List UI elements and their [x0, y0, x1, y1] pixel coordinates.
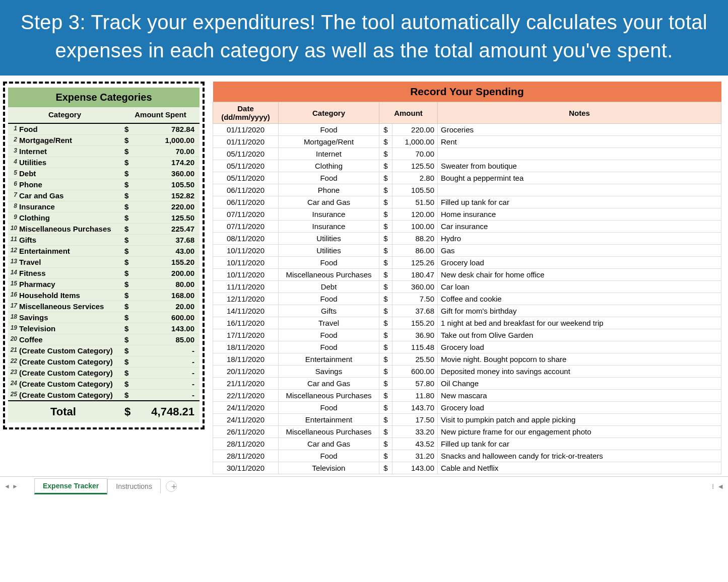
category-row[interactable]: 6Phone$105.50	[8, 179, 200, 190]
spending-notes: Movie night. Bought popcorn to share	[438, 353, 721, 366]
spending-row[interactable]: 30/11/2020Television$143.00Cable and Net…	[213, 462, 721, 474]
spending-row[interactable]: 05/11/2020Internet$70.00	[213, 148, 721, 160]
spending-row[interactable]: 01/11/2020Food$220.00Groceries	[213, 124, 721, 136]
spending-row[interactable]: 16/11/2020Travel$155.201 night at bed an…	[213, 317, 721, 329]
spending-row[interactable]: 10/11/2020Food$125.26Grocery load	[213, 257, 721, 269]
spending-row[interactable]: 07/11/2020Insurance$100.00Car insurance	[213, 221, 721, 233]
spending-row[interactable]: 26/11/2020Miscellaneous Purchases$33.20N…	[213, 426, 721, 438]
spending-category: Insurance	[279, 208, 379, 221]
spending-notes: 1 night at bed and breakfast for our wee…	[438, 317, 721, 329]
spending-notes: Grocery load	[438, 257, 721, 269]
spending-date: 24/11/2020	[213, 414, 279, 426]
category-row[interactable]: 7Car and Gas$152.82	[8, 190, 200, 201]
nav-next-icon[interactable]: ►	[12, 483, 18, 490]
category-row[interactable]: 11Gifts$37.68	[8, 235, 200, 246]
category-row[interactable]: 10Miscellaneous Purchases$225.47	[8, 224, 200, 235]
currency-symbol: $	[379, 438, 392, 450]
currency-symbol: $	[121, 135, 137, 146]
spending-row[interactable]: 10/11/2020Miscellaneous Purchases$180.47…	[213, 269, 721, 281]
spending-amount: 11.80	[392, 390, 438, 402]
category-row[interactable]: 5Debt$360.00	[8, 168, 200, 179]
category-row[interactable]: 25(Create Custom Category)$-	[8, 390, 200, 401]
spending-row[interactable]: 21/11/2020Car and Gas$57.80Oil Change	[213, 378, 721, 390]
category-name: (Create Custom Category)	[19, 391, 113, 399]
tab-scroll-left-icon[interactable]: ◄	[717, 482, 724, 490]
spending-row[interactable]: 10/11/2020Utilities$86.00Gas	[213, 245, 721, 257]
spending-row[interactable]: 18/11/2020Food$115.48Grocery load	[213, 341, 721, 353]
category-row[interactable]: 24(Create Custom Category)$-	[8, 379, 200, 390]
spending-notes: Grocery load	[438, 402, 721, 414]
category-row[interactable]: 21(Create Custom Category)$-	[8, 345, 200, 356]
category-row[interactable]: 12Entertainment$43.00	[8, 246, 200, 257]
row-number: 16	[7, 291, 17, 298]
category-row[interactable]: 22(Create Custom Category)$-	[8, 356, 200, 368]
spending-row[interactable]: 08/11/2020Utilities$88.20Hydro	[213, 233, 721, 245]
category-name: (Create Custom Category)	[19, 380, 113, 388]
category-row[interactable]: 15Pharmacy$80.00	[8, 279, 200, 290]
spending-amount: 100.00	[392, 221, 438, 233]
spending-amount: 600.00	[392, 366, 438, 378]
spending-category: Television	[279, 462, 379, 474]
spending-row[interactable]: 06/11/2020Phone$105.50	[213, 184, 721, 196]
spending-row[interactable]: 11/11/2020Debt$360.00Car loan	[213, 281, 721, 293]
category-row[interactable]: 23(Create Custom Category)$-	[8, 368, 200, 379]
category-row[interactable]: 13Travel$155.20	[8, 257, 200, 268]
spending-row[interactable]: 24/11/2020Entertainment$17.50Visit to pu…	[213, 414, 721, 426]
spending-amount: 143.70	[392, 402, 438, 414]
spending-row[interactable]: 05/11/2020Food$2.80Bought a peppermint t…	[213, 172, 721, 184]
category-row[interactable]: 16Household Items$168.00	[8, 290, 200, 301]
spending-row[interactable]: 17/11/2020Food$36.90Take out from Olive …	[213, 329, 721, 341]
category-amount: 37.68	[137, 235, 200, 246]
spending-date: 24/11/2020	[213, 402, 279, 414]
spending-date: 12/11/2020	[213, 293, 279, 305]
category-row[interactable]: 9Clothing$125.50	[8, 212, 200, 224]
sheet-tab-instructions[interactable]: Instructions	[107, 479, 161, 493]
currency-symbol: $	[379, 293, 392, 305]
category-name: Miscellaneous Services	[19, 302, 104, 311]
row-number: 19	[7, 324, 17, 331]
spending-row[interactable]: 18/11/2020Entertainment$25.50Movie night…	[213, 353, 721, 366]
category-row[interactable]: 20Coffee$85.00	[8, 334, 200, 345]
spending-category: Clothing	[279, 160, 379, 172]
category-amount: 152.82	[137, 190, 200, 201]
category-name: Food	[19, 125, 38, 133]
category-amount: 155.20	[137, 257, 200, 268]
spending-notes: Deposited money into savings account	[438, 366, 721, 378]
spending-row[interactable]: 12/11/2020Food$7.50Coffee and cookie	[213, 293, 721, 305]
spending-row[interactable]: 24/11/2020Food$143.70Grocery load	[213, 402, 721, 414]
spending-row[interactable]: 28/11/2020Food$31.20Snacks and halloween…	[213, 450, 721, 462]
spending-category: Savings	[279, 366, 379, 378]
sheet-tab-expense-tracker[interactable]: Expense Tracker	[34, 478, 107, 494]
spending-row[interactable]: 20/11/2020Savings$600.00Deposited money …	[213, 366, 721, 378]
spending-category: Food	[279, 329, 379, 341]
spending-row[interactable]: 05/11/2020Clothing$125.50Sweater from bo…	[213, 160, 721, 172]
category-row[interactable]: 1Food$782.84	[8, 123, 200, 135]
spending-row[interactable]: 14/11/2020Gifts$37.68Gift for mom's birt…	[213, 305, 721, 317]
currency-symbol: $	[121, 301, 137, 312]
currency-symbol: $	[379, 257, 392, 269]
category-name: Insurance	[19, 202, 55, 211]
col-category-header: Category	[279, 102, 379, 124]
category-row[interactable]: 4Utilities$174.20	[8, 157, 200, 168]
category-row[interactable]: 8Insurance$220.00	[8, 201, 200, 212]
category-row[interactable]: 17Miscellaneous Services$20.00	[8, 301, 200, 312]
add-sheet-button[interactable]: +	[166, 481, 177, 492]
spending-row[interactable]: 07/11/2020Insurance$120.00Home insurance	[213, 208, 721, 221]
nav-prev-icon[interactable]: ◄	[4, 483, 10, 490]
spending-row[interactable]: 06/11/2020Car and Gas$51.50Filled up tan…	[213, 196, 721, 208]
category-row[interactable]: 3Internet$70.00	[8, 146, 200, 157]
spending-row[interactable]: 01/11/2020Mortgage/Rent$1,000.00Rent	[213, 136, 721, 148]
spending-row[interactable]: 22/11/2020Miscellaneous Purchases$11.80N…	[213, 390, 721, 402]
currency-symbol: $	[379, 305, 392, 317]
category-name: Phone	[19, 180, 42, 189]
currency-symbol: $	[379, 390, 392, 402]
category-row[interactable]: 14Fitness$200.00	[8, 268, 200, 279]
category-row[interactable]: 19Television$143.00	[8, 323, 200, 334]
spending-row[interactable]: 28/11/2020Car and Gas$43.52Filled up tan…	[213, 438, 721, 450]
tab-nav-arrows[interactable]: ◄ ►	[4, 483, 34, 490]
category-name: Savings	[19, 313, 48, 322]
spending-notes: Take out from Olive Garden	[438, 329, 721, 341]
spending-date: 11/11/2020	[213, 281, 279, 293]
category-row[interactable]: 2Mortgage/Rent$1,000.00	[8, 135, 200, 146]
category-row[interactable]: 18Savings$600.00	[8, 312, 200, 323]
